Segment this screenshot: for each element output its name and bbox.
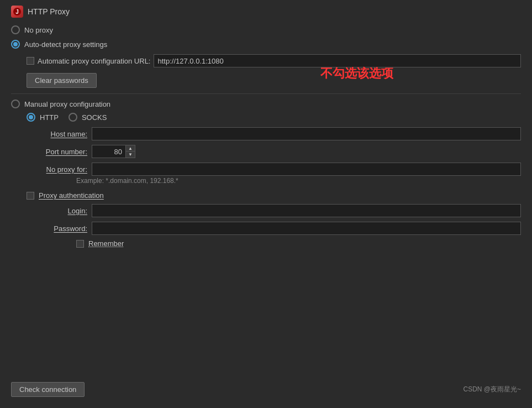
proxy-auth-checkbox-row[interactable]: Proxy authentication	[11, 191, 521, 200]
login-label: Login:	[27, 207, 87, 215]
auto-proxy-url-label: Automatic proxy configuration URL:	[38, 57, 150, 65]
manual-proxy-radio[interactable]	[11, 100, 20, 108]
no-proxy-label: No proxy	[24, 26, 53, 34]
socks-protocol-label: SOCKS	[82, 113, 107, 122]
manual-proxy-label: Manual proxy configuration	[24, 100, 110, 108]
login-row: Login:	[27, 204, 521, 217]
login-input[interactable]	[92, 204, 521, 217]
clear-passwords-button[interactable]: Clear passwords	[27, 73, 97, 88]
http-protocol-radio[interactable]	[27, 113, 35, 122]
auto-proxy-url-checkbox[interactable]	[27, 57, 34, 65]
remember-checkbox[interactable]	[76, 240, 84, 248]
port-number-label: Port number:	[27, 148, 87, 156]
bottom-row: Check connection CSDN @夜雨星光~	[11, 382, 521, 397]
manual-proxy-form: Host name: Port number: ▲ ▼ No proxy for…	[11, 127, 521, 176]
page-title: HTTP Proxy	[28, 7, 70, 16]
host-name-row: Host name:	[27, 127, 521, 140]
port-increment-button[interactable]: ▲	[126, 145, 135, 151]
proxy-auth-checkbox[interactable]	[27, 192, 34, 200]
password-label: Password:	[27, 224, 87, 233]
proxy-auth-section: Proxy authentication Login: Password: Re…	[11, 191, 521, 248]
auth-form: Login: Password:	[11, 204, 521, 235]
auto-detect-sub-section: Automatic proxy configuration URL: Clear…	[11, 54, 521, 88]
divider	[11, 93, 521, 94]
proxy-config-url-row: Automatic proxy configuration URL:	[27, 54, 521, 67]
auto-proxy-url-input[interactable]	[154, 54, 521, 67]
auto-detect-option[interactable]: Auto-detect proxy settings	[11, 40, 521, 49]
port-spinner: ▲ ▼	[125, 145, 135, 158]
port-number-wrapper: ▲ ▼	[92, 145, 135, 158]
port-number-row: Port number: ▲ ▼	[27, 145, 521, 158]
svg-text:J: J	[15, 9, 19, 15]
host-name-input[interactable]	[92, 127, 521, 140]
watermark-text: CSDN @夜雨星光~	[463, 385, 521, 394]
example-text: Example: *.domain.com, 192.168.*	[11, 177, 521, 185]
check-connection-button[interactable]: Check connection	[11, 382, 85, 397]
no-proxy-for-label: No proxy for:	[27, 165, 87, 174]
app-icon: J	[11, 6, 23, 18]
no-proxy-for-row: No proxy for:	[27, 163, 521, 176]
password-row: Password:	[27, 222, 521, 235]
auto-detect-label: Auto-detect proxy settings	[24, 40, 107, 49]
no-proxy-for-input[interactable]	[92, 163, 521, 176]
socks-protocol-option[interactable]: SOCKS	[69, 113, 107, 122]
host-name-label: Host name:	[27, 130, 87, 138]
password-input[interactable]	[92, 222, 521, 235]
app-container: J HTTP Proxy No proxy Auto-detect proxy …	[0, 0, 532, 408]
http-protocol-option[interactable]: HTTP	[27, 113, 59, 122]
remember-label: Remember	[88, 239, 124, 248]
no-proxy-radio[interactable]	[11, 25, 20, 34]
http-protocol-label: HTTP	[40, 113, 59, 122]
port-decrement-button[interactable]: ▼	[126, 151, 135, 158]
port-number-input[interactable]	[92, 145, 125, 158]
section-title: J HTTP Proxy	[11, 6, 521, 18]
auto-detect-radio[interactable]	[11, 40, 20, 49]
no-proxy-option[interactable]: No proxy	[11, 25, 521, 34]
remember-row[interactable]: Remember	[11, 239, 521, 248]
socks-protocol-radio[interactable]	[69, 113, 77, 122]
proxy-auth-label: Proxy authentication	[39, 191, 104, 200]
manual-proxy-section: Manual proxy configuration HTTP SOCKS Ho…	[11, 100, 521, 185]
manual-proxy-option[interactable]: Manual proxy configuration	[11, 100, 521, 108]
protocol-row: HTTP SOCKS	[11, 113, 521, 122]
